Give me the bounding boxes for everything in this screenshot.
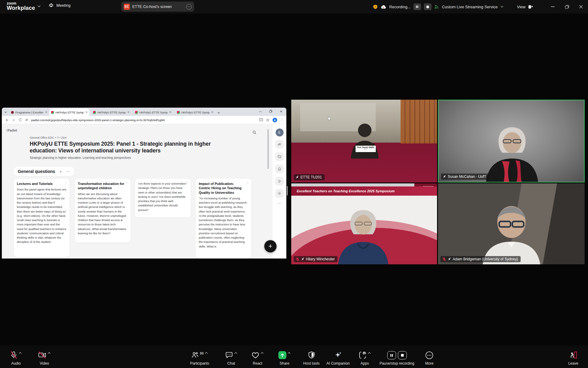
padlet-card[interactable]: ⋮ Lectures and Tutorials Does the panel …	[14, 179, 70, 257]
video-tile-ette-tu201[interactable]: Prof. Daniel SHEK ▬▬▬ ETTE TU201	[291, 100, 437, 182]
layout-resize-handle[interactable]	[285, 186, 288, 195]
ai-companion-button[interactable]: AI Companion	[326, 351, 350, 366]
padlet-logo[interactable]: Padlet	[6, 128, 17, 132]
browser-tab[interactable]: HKPolyU ETTE Symposiu ✕	[133, 109, 173, 116]
tab-ette-cohost-screen[interactable]: EC ETTE Co-host's screen ⋯	[121, 2, 194, 12]
browser-profile-avatar[interactable]	[273, 118, 277, 122]
browser-tab[interactable]: HKPolyU ETTE Symposiu ✕	[91, 109, 131, 116]
zoom-workplace-logo: zoom Workplace	[7, 2, 35, 11]
browser-minimize-button[interactable]: —	[255, 108, 266, 115]
new-tab-button[interactable]: +	[215, 109, 222, 116]
camera-muted-icon	[38, 351, 47, 359]
pause-recording-button[interactable]	[413, 3, 421, 10]
tab-search-chevron-icon[interactable]	[2, 109, 9, 116]
tab-meeting[interactable]: Meeting	[48, 2, 70, 8]
settings-gear-icon[interactable]	[275, 189, 284, 198]
participants-chevron-icon[interactable]	[205, 352, 208, 354]
stop-recording-icon[interactable]	[398, 351, 407, 359]
user-avatar[interactable]: E	[276, 128, 284, 136]
react-button[interactable]: React	[251, 351, 264, 366]
view-layout-icon[interactable]	[528, 5, 533, 9]
share-chevron-icon[interactable]	[288, 352, 291, 354]
share-board-icon[interactable]	[275, 140, 284, 149]
meeting-stage: Programme | Excellent Te ✕ HKPolyU ETTE …	[0, 13, 588, 345]
workspace-chevron-down-icon[interactable]	[37, 5, 41, 7]
video-button[interactable]: Video	[38, 351, 51, 366]
mic-muted-icon	[10, 351, 17, 359]
leave-button[interactable]: Leave	[568, 351, 579, 366]
audio-button[interactable]: Audio	[10, 351, 22, 366]
browser-tab-active[interactable]: HKPolyU ETTE Symposiu ✕	[49, 109, 89, 116]
window-close-button[interactable]	[574, 0, 588, 13]
chat-button[interactable]: Chat	[225, 351, 237, 366]
live-streaming-label[interactable]: Custom Live Streaming Service	[442, 5, 498, 9]
padlet-logo-icon	[6, 129, 7, 132]
react-chevron-icon[interactable]	[261, 352, 264, 354]
browser-tab[interactable]: Programme | Excellent Te ✕	[9, 109, 49, 116]
padlet-page: Padlet General Office EDC + 7 • 21m HKPo…	[2, 124, 286, 259]
card-menu-icon[interactable]: ⋮	[246, 181, 249, 184]
tab-close-icon[interactable]: ✕	[45, 111, 47, 114]
section-add-icon[interactable]: +	[59, 169, 62, 174]
participant-name-label: Hilary Winchester	[294, 256, 337, 262]
audio-options-chevron-icon[interactable]	[19, 352, 22, 354]
streaming-chevron-down-icon[interactable]	[500, 6, 503, 8]
video-tile-susan-mccahan[interactable]: Susan McCahan - UofT	[438, 100, 585, 182]
view-button-label[interactable]: View	[517, 5, 526, 9]
board-subtitle: Strategic planning in higher education: …	[30, 156, 131, 159]
install-page-icon[interactable]	[259, 118, 263, 122]
stop-recording-button[interactable]	[424, 3, 432, 10]
tab-close-icon[interactable]: ✕	[211, 111, 213, 114]
page-scrollbar[interactable]	[267, 129, 269, 169]
browser-menu-icon[interactable]: ⋮	[280, 118, 283, 122]
tab-close-icon[interactable]: ✕	[127, 111, 130, 114]
padlet-card[interactable]: ⋮ Impact of Publication-Centric Hiring o…	[196, 179, 251, 259]
window-maximize-button[interactable]	[560, 0, 574, 13]
padlet-card[interactable]: ⋮ Are there aspects in your universities…	[135, 179, 191, 217]
host-tools-button[interactable]: Host tools	[303, 351, 319, 366]
search-icon[interactable]	[252, 130, 257, 135]
participant-name-label: ETTE TU201	[294, 174, 325, 180]
section-menu-icon[interactable]: ⋯	[66, 169, 70, 174]
sidebar-more-icon[interactable]: ⋯	[278, 201, 281, 205]
browser-restore-button[interactable]	[266, 108, 276, 115]
notifications-bell-icon[interactable]	[275, 164, 284, 173]
reload-icon[interactable]	[18, 118, 22, 122]
card-menu-icon[interactable]: ⋮	[125, 181, 128, 184]
bookmark-star-icon[interactable]	[266, 118, 270, 122]
padlet-card[interactable]: ⋮ Transformative education for unprivile…	[75, 179, 130, 243]
pause-stop-recording-button[interactable]: Pause/stop recording	[379, 351, 414, 366]
participants-button[interactable]: 86 Participants	[190, 351, 209, 366]
site-info-icon[interactable]	[25, 118, 28, 122]
tab-close-icon[interactable]: ✕	[85, 111, 88, 114]
video-tile-adam-bridgeman[interactable]: Adam Bridgeman (University of Sydney)	[438, 183, 585, 264]
titlebar: zoom Workplace Meeting EC ETTE Co-host's…	[0, 0, 588, 13]
host-tools-shield-icon	[308, 351, 315, 359]
back-icon[interactable]	[5, 118, 9, 122]
browser-tab[interactable]: HKPolyU ETTE Symposiu ✕	[175, 109, 215, 116]
slideshow-play-icon[interactable]	[275, 177, 284, 186]
card-menu-icon[interactable]: ⋮	[64, 181, 67, 184]
share-button[interactable]: Share	[278, 351, 291, 366]
pause-recording-icon[interactable]	[387, 351, 396, 359]
url-field[interactable]: padlet.com/edcgopolyu/hkpolyu-ette-sympo…	[31, 118, 256, 122]
card-title: Lectures and Tutorials	[17, 182, 66, 186]
padlet-sidebar: E ⋯	[273, 124, 286, 259]
apps-chevron-icon[interactable]	[368, 352, 371, 354]
video-tile-hilary-winchester[interactable]: Excellent Teachers on Teaching Excellenc…	[291, 183, 437, 264]
tab-close-icon[interactable]: ✕	[169, 111, 172, 114]
add-post-button[interactable]: +	[264, 240, 277, 252]
video-options-chevron-icon[interactable]	[48, 352, 51, 354]
host-tools-button-label: Host tools	[303, 361, 319, 366]
browser-close-button[interactable]: ✕	[276, 108, 286, 115]
chat-chevron-icon[interactable]	[234, 352, 237, 354]
window-minimize-button[interactable]	[546, 0, 560, 13]
chat-button-label: Chat	[227, 361, 235, 366]
screen-tab-options-icon[interactable]: ⋯	[186, 4, 192, 10]
forward-icon[interactable]	[12, 118, 16, 122]
remake-board-icon[interactable]	[275, 152, 284, 161]
card-menu-icon[interactable]: ⋮	[186, 181, 188, 184]
warning-shield-icon[interactable]	[373, 4, 378, 10]
apps-button[interactable]: Apps	[359, 351, 371, 366]
more-button[interactable]: More	[425, 351, 433, 366]
